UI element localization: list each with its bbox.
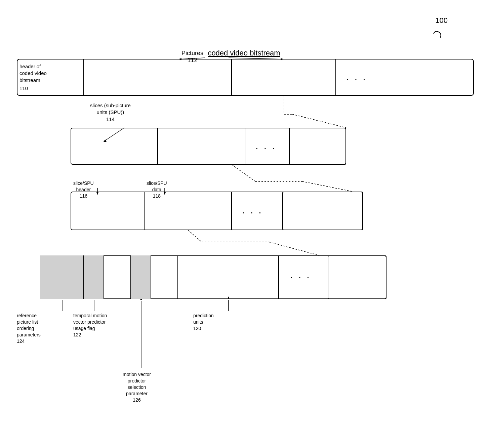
- diagram: 100: [0, 0, 488, 448]
- dots-row2: · · ·: [255, 142, 276, 154]
- label-spu-data: slice/SPUdata 118: [147, 180, 167, 199]
- mvp-cell: [131, 255, 151, 299]
- tmvp-cell: [84, 255, 104, 299]
- svg-line-12: [302, 181, 353, 192]
- dots-row1: · · ·: [346, 73, 367, 85]
- ref-110: 110: [19, 85, 47, 92]
- label-mv-predictor: motion vectorpredictorselectionparameter…: [123, 371, 151, 403]
- spacer-cell-2: [151, 255, 178, 299]
- svg-line-7: [292, 114, 346, 128]
- spu-last-cell: [282, 192, 363, 230]
- last-slice-cell: [289, 128, 346, 165]
- reference-number-100: 100: [435, 16, 448, 25]
- pred-units-area: [178, 255, 279, 299]
- label-pictures: Pictures 112: [181, 50, 203, 64]
- svg-line-19: [269, 242, 319, 255]
- picture-cell-2: [232, 59, 336, 96]
- picture-cell-1: [128, 59, 232, 96]
- last-detail-cell: [328, 255, 387, 299]
- dots-row3: · · ·: [290, 271, 311, 283]
- label-ref-pic: referencepicture listorderingparameters …: [17, 313, 41, 344]
- slice-cell-2: [158, 128, 245, 165]
- label-prediction-units: predictionunits 120: [193, 313, 214, 332]
- ref-picture-cell: [40, 255, 84, 299]
- label-spu-header: slice/SPUheader 116: [73, 180, 94, 199]
- label-temporal-mv: temporal motionvector predictorusage fla…: [73, 313, 107, 338]
- svg-line-17: [188, 230, 202, 242]
- label-header-box: header ofcoded videobitstream 110: [19, 63, 47, 92]
- dots-spu: · · ·: [242, 206, 263, 218]
- spacer-cell-1: [104, 255, 131, 299]
- slice-cell-1: [71, 128, 158, 165]
- label-slices: slices (sub-pictureunits (SPU)) 114: [90, 102, 131, 123]
- diagram-title: coded video bitstream: [208, 49, 280, 57]
- svg-line-10: [232, 165, 255, 181]
